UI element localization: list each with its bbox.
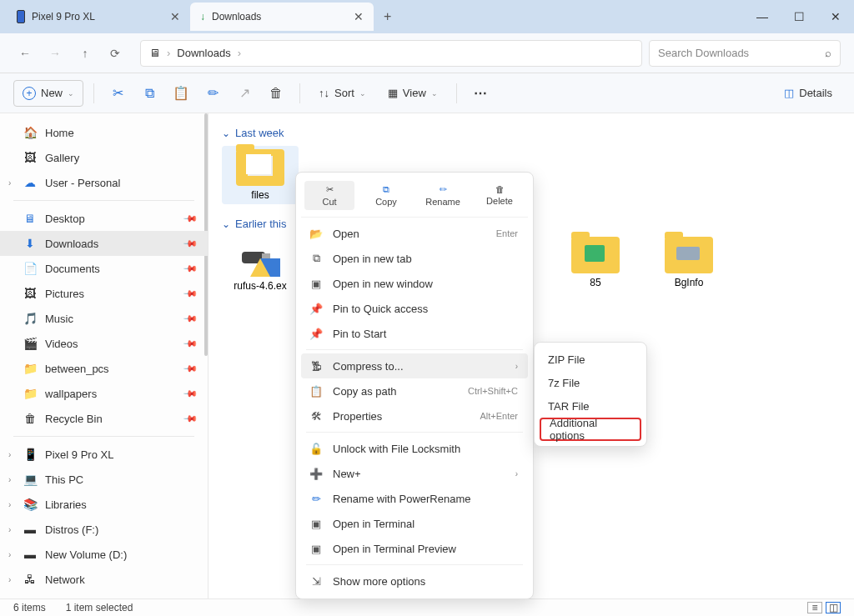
refresh-button[interactable]: ⟳ (103, 42, 127, 65)
tab-downloads[interactable]: ↓ Downloads ✕ (190, 3, 374, 31)
chevron-right-icon[interactable]: › (8, 575, 11, 584)
sidebar-item-label: Documents (45, 263, 100, 275)
up-button[interactable]: ↑ (73, 42, 97, 65)
chevron-right-icon[interactable]: › (8, 500, 11, 509)
cm-shortcut: Enter (496, 228, 518, 238)
sidebar-item-music[interactable]: 🎵Music📌 (0, 306, 208, 331)
search-box[interactable]: Search Downloads ⌕ (649, 40, 841, 67)
cm-more-options[interactable]: ⇲Show more options (301, 568, 528, 593)
sidebar-item-thispc[interactable]: ›💻This PC (0, 467, 208, 492)
sidebar-item-downloads[interactable]: ⬇Downloads📌 (0, 231, 208, 256)
view-list-toggle[interactable]: ≡ (807, 602, 822, 613)
pin-icon: 📌 (309, 302, 323, 315)
chevron-right-icon[interactable]: › (8, 550, 11, 559)
cm-delete-button[interactable]: 🗑Delete (475, 181, 525, 210)
share-button[interactable]: ↗ (231, 80, 258, 107)
chevron-right-icon[interactable]: › (8, 525, 11, 534)
path-segment[interactable]: Downloads (177, 47, 230, 59)
close-button[interactable]: ✕ (817, 0, 854, 33)
cut-button[interactable]: ✂ (104, 80, 131, 107)
cm-newplus[interactable]: ➕New+› (301, 461, 528, 486)
sidebar-item-wallpapers[interactable]: 📁wallpapers📌 (0, 381, 208, 406)
sm-7z[interactable]: 7z File (540, 371, 641, 394)
group-label: Earlier this (235, 218, 286, 230)
paste-button[interactable]: 📋 (168, 80, 194, 107)
view-grid-toggle[interactable]: ◫ (826, 602, 841, 613)
delete-button[interactable]: 🗑 (263, 80, 289, 107)
chevron-right-icon[interactable]: › (8, 475, 11, 484)
sm-zip[interactable]: ZIP File (540, 348, 641, 371)
cut-icon: ✂ (326, 184, 334, 195)
cm-copy-path[interactable]: 📋Copy as pathCtrl+Shift+C (301, 378, 528, 403)
cm-label: Pin to Start (333, 328, 386, 340)
cm-pin-start[interactable]: 📌Pin to Start (301, 321, 528, 346)
address-path[interactable]: 🖥 › Downloads › (140, 40, 642, 67)
cm-unlock[interactable]: 🔓Unlock with File Locksmith (301, 436, 528, 461)
details-button[interactable]: ◫ Details (776, 80, 841, 107)
file-item-rufus[interactable]: rufus-4.6.ex (222, 237, 299, 292)
sidebar-item-betweenpcs[interactable]: 📁between_pcs📌 (0, 356, 208, 381)
cm-compress[interactable]: 🗜Compress to...› (301, 353, 528, 378)
view-button[interactable]: ▦ View ⌄ (379, 80, 446, 107)
cm-powerrename[interactable]: ✏Rename with PowerRename (301, 486, 528, 511)
cm-copy-button[interactable]: ⧉Copy (361, 181, 411, 210)
close-icon[interactable]: ✕ (170, 10, 180, 23)
cm-rename-button[interactable]: ✏Rename (418, 181, 468, 210)
cm-pin-quick[interactable]: 📌Pin to Quick access (301, 296, 528, 321)
new-button[interactable]: + New ⌄ (13, 80, 83, 107)
back-button[interactable]: ← (13, 42, 37, 65)
tab-pixel[interactable]: Pixel 9 Pro XL ✕ (7, 3, 190, 31)
sidebar-item-libraries[interactable]: ›📚Libraries (0, 492, 208, 517)
new-tab-button[interactable]: + (374, 9, 401, 24)
sidebar-item-pictures[interactable]: 🖼Pictures📌 (0, 281, 208, 306)
tab-label: Pixel 9 Pro XL (32, 11, 95, 23)
cm-open[interactable]: 📂OpenEnter (301, 221, 528, 246)
folder-icon (571, 237, 620, 273)
sidebar-item-home[interactable]: 🏠Home (0, 120, 208, 145)
sidebar-item-documents[interactable]: 📄Documents📌 (0, 256, 208, 281)
chevron-down-icon: ⌄ (359, 89, 366, 98)
sidebar-item-desktop[interactable]: 🖥Desktop📌 (0, 206, 208, 231)
more-button[interactable]: ⋯ (467, 80, 494, 107)
close-icon[interactable]: ✕ (354, 10, 364, 23)
chevron-right-icon[interactable]: › (8, 450, 11, 459)
window-controls: — ☐ ✕ (744, 0, 854, 33)
file-item-files[interactable]: files (222, 146, 299, 204)
sidebar-item-videos[interactable]: 🎬Videos📌 (0, 331, 208, 356)
maximize-button[interactable]: ☐ (781, 0, 817, 33)
rename-button[interactable]: ✏ (199, 80, 226, 107)
group-header-lastweek[interactable]: Last week (222, 127, 841, 139)
chevron-right-icon[interactable]: › (8, 178, 11, 188)
sort-button[interactable]: ↑↓ Sort ⌄ (310, 80, 374, 107)
tab-label: Downloads (212, 11, 261, 23)
file-item-bginfo[interactable]: BgInfo (651, 237, 727, 292)
cm-properties[interactable]: 🛠PropertiesAlt+Enter (301, 403, 528, 428)
sidebar-item-recyclebin[interactable]: 🗑Recycle Bin📌 (0, 406, 208, 431)
file-label: BgInfo (675, 277, 704, 288)
sidebar-item-gallery[interactable]: 🖼Gallery (0, 145, 208, 170)
address-bar: ← → ↑ ⟳ 🖥 › Downloads › Search Downloads… (0, 33, 854, 73)
plus-icon: + (23, 87, 36, 100)
sidebar-item-network[interactable]: ›🖧Network (0, 567, 208, 592)
sm-tar[interactable]: TAR File (540, 394, 641, 418)
sidebar-item-newvolume[interactable]: ›▬New Volume (D:) (0, 542, 208, 567)
forward-button[interactable]: → (43, 42, 67, 65)
sidebar-item-distros[interactable]: ›▬Distros (F:) (0, 517, 208, 542)
cm-cut-button[interactable]: ✂Cut (304, 181, 354, 210)
sidebar-item-label: Recycle Bin (45, 413, 103, 425)
sm-label: ZIP File (548, 353, 585, 366)
minimize-button[interactable]: — (744, 0, 781, 33)
cloud-icon: ☁ (23, 176, 37, 189)
cm-terminal-preview[interactable]: ▣Open in Terminal Preview (301, 536, 528, 561)
cm-terminal[interactable]: ▣Open in Terminal (301, 511, 528, 536)
copy-button[interactable]: ⧉ (136, 80, 163, 107)
sidebar-item-user[interactable]: ›☁User - Personal (0, 170, 208, 195)
compress-submenu: ZIP File 7z File TAR File Additional opt… (534, 342, 647, 447)
cm-open-new-window[interactable]: ▣Open in new window (301, 271, 528, 296)
cm-open-new-tab[interactable]: ⧉Open in new tab (301, 246, 528, 271)
file-item-85[interactable]: 85 (557, 237, 634, 292)
sidebar-item-pixel[interactable]: ›📱Pixel 9 Pro XL (0, 442, 208, 467)
cm-label: Copy (375, 197, 397, 207)
sm-label: TAR File (548, 400, 590, 413)
sm-additional-options[interactable]: Additional options (540, 418, 641, 441)
